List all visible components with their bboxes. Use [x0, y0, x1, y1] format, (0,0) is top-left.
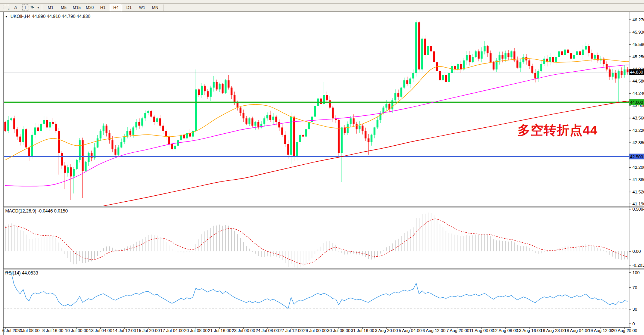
price-tick-label: 46.270	[632, 18, 644, 22]
price-badge-44.000: 44.000	[629, 99, 644, 105]
price-tick-label: 43.220	[632, 128, 644, 133]
chart-annotation-text[interactable]: 多空转折点44	[517, 122, 598, 139]
mt4-application-window: F A T ▼ M1M5M15M30H1H4D1W1MN 46.27045.93…	[0, 0, 644, 335]
macd-tick-label: 0.00	[632, 249, 641, 254]
date-tick-label: 29 Jul 00:00	[303, 328, 327, 333]
price-badge-44.830: 44.830	[629, 69, 644, 75]
macd-tick-label: -0.2032	[632, 263, 644, 267]
macd-tick-label: 0.5094	[632, 207, 644, 211]
price-tick-label: 44.580	[632, 79, 644, 83]
date-tick-label: 6 Aug 12:00	[423, 328, 445, 333]
price-tick-label: 44.240	[632, 91, 644, 96]
rsi-tick-label: 30	[632, 307, 637, 311]
chart-title-text: UKOil-,H4 44.890 44.910 44.790 44.830	[10, 14, 90, 19]
date-tick-label: 23 Jul 00:00	[232, 328, 255, 333]
price-tick-label: 45.250	[632, 55, 644, 59]
date-tick-label: 7 Jul 08:00	[19, 328, 40, 333]
date-tick-label: 13 Jul 04:00	[89, 328, 112, 333]
date-tick-label: 15 Jul 20:00	[137, 328, 160, 333]
price-tick-label: 43.560	[632, 116, 644, 120]
price-tick-label: 45.590	[632, 42, 644, 47]
price-badge-text: 44.830	[630, 70, 643, 74]
price-tick-label: 42.880	[632, 140, 644, 145]
macd-indicator-label: MACD(12,26,9) -0.0446 0.0150	[5, 208, 68, 214]
date-tick-label: 14 Jul 12:00	[113, 328, 136, 333]
date-tick-label: 31 Jul 16:00	[351, 328, 374, 333]
date-tick-label: 5 Aug 04:00	[399, 328, 421, 333]
date-tick-label: 20 Jul 08:00	[184, 328, 208, 333]
price-tick-label: 42.200	[632, 165, 644, 170]
price-tick-label: 45.930	[632, 30, 644, 34]
macd-signal-line	[5, 219, 628, 264]
rsi-panel	[4, 273, 629, 309]
date-tick-label: 18 Aug 04:00	[564, 328, 590, 333]
ma-slow-red	[5, 101, 629, 226]
rsi-line	[5, 273, 628, 308]
date-tick-label: 21 Jul 16:00	[208, 328, 231, 333]
date-tick-label: 16 Aug 23:00	[541, 328, 566, 333]
rsi-tick-label: 70	[632, 285, 637, 290]
date-tick-label: 13 Aug 16:00	[517, 328, 542, 333]
rsi-indicator-label: RSI(14) 44.0533	[5, 270, 38, 276]
date-tick-label: 12 Aug 08:00	[493, 328, 518, 333]
date-tick-label: 24 Jul 08:00	[256, 328, 279, 333]
date-tick-label: 30 Jul 08:00	[327, 328, 351, 333]
date-tick-label: 17 Jul 04:00	[160, 328, 184, 333]
rsi-tick-label: 100	[632, 270, 640, 275]
macd-panel	[5, 213, 628, 268]
date-tick-label: 19 Aug 12:00	[588, 328, 613, 333]
date-tick-label: 27 Jul 12:00	[279, 328, 303, 333]
candles-layer[interactable]	[4, 20, 628, 200]
price-tick-label: 41.520	[632, 190, 644, 194]
price-tick-label: 41.190	[632, 202, 644, 206]
price-badge-42.500: 42.500	[629, 154, 644, 159]
date-tick-label: 20 Aug 20:00	[612, 328, 637, 333]
chart-canvas[interactable]: 46.27045.93045.59045.25044.91044.58044.2…	[0, 0, 644, 335]
date-tick-label: 8 Jul 16:00	[42, 328, 63, 333]
price-tick-label: 41.860	[632, 177, 644, 182]
date-tick-label: 3 Aug 20:00	[375, 328, 398, 333]
chart-menu-icon[interactable]: ▼	[5, 15, 8, 18]
date-tick-label: 11 Aug 00:00	[469, 328, 494, 333]
price-badge-text: 42.500	[630, 155, 643, 159]
date-tick-label: 10 Jul 00:00	[65, 328, 88, 333]
chart-title: ▼ UKOil-,H4 44.890 44.910 44.790 44.830	[5, 14, 90, 19]
rsi-tick-label: 0	[632, 322, 635, 326]
price-badge-text: 44.000	[630, 100, 643, 105]
date-tick-label: 7 Aug 20:00	[447, 328, 469, 333]
